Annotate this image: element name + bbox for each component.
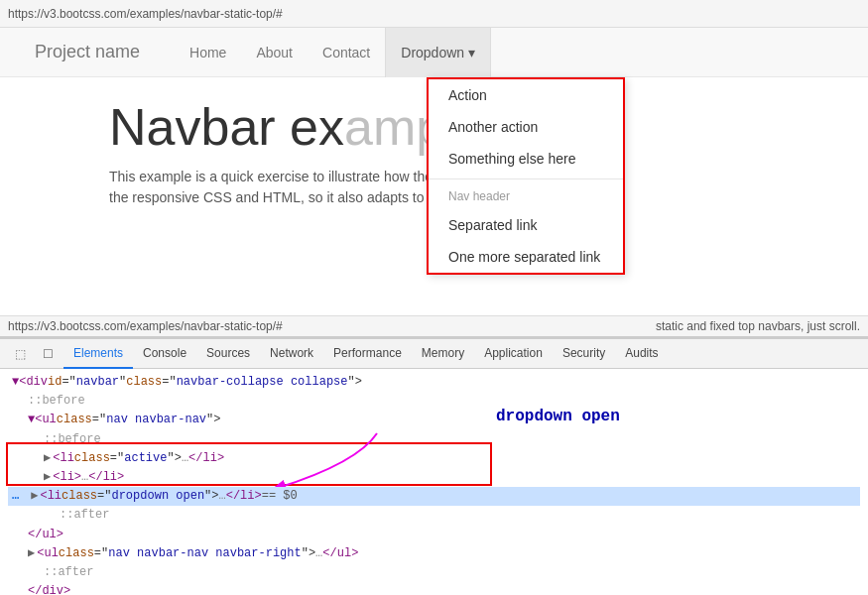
code-line-2: ::before [8, 392, 860, 411]
nav-home[interactable]: Home [175, 28, 241, 77]
nav-dropdown[interactable]: Dropdown ▾ [385, 28, 491, 77]
code-line-6: ▶ <li> … </li> [8, 468, 860, 487]
cursor-icon-btn[interactable]: ⬚ [8, 342, 32, 366]
brand-logo: Project name [20, 42, 155, 62]
code-line-3: ▼ <ul class="nav navbar-nav"> [8, 411, 860, 429]
browser-url: https://v3.bootcss.com/examples/navbar-s… [8, 7, 283, 21]
dropdown-divider-1 [429, 178, 623, 179]
browser-url-bar: https://v3.bootcss.com/examples/navbar-s… [0, 0, 868, 28]
status-url: https://v3.bootcss.com/examples/navbar-s… [8, 319, 283, 333]
tab-sources[interactable]: Sources [196, 339, 260, 369]
code-line-12: </div> [8, 582, 860, 595]
webpage-area: Project name Home About Contact Dropdown… [0, 28, 868, 315]
code-line-10: ▶ <ul class="nav navbar-nav navbar-right… [8, 544, 860, 563]
dropdown-item-something[interactable]: Something else here [429, 143, 623, 175]
dropdown-menu: Action Another action Something else her… [427, 77, 625, 275]
tab-network[interactable]: Network [260, 339, 323, 369]
dropdown-item-another[interactable]: Another action [429, 111, 623, 143]
nav-contact[interactable]: Contact [308, 28, 385, 77]
dropdown-header: Nav header [429, 183, 623, 209]
status-bar: https://v3.bootcss.com/examples/navbar-s… [0, 315, 868, 337]
code-line-11: ::after [8, 563, 860, 582]
code-line-5: ▶ <li class="active"> … </li> [8, 449, 860, 468]
nav-links: Home About Contact Dropdown ▾ [175, 28, 491, 76]
devtools-code-panel: dropdown open ▼ <div id="navbar" class="… [0, 369, 868, 595]
dropdown-item-separated[interactable]: Separated link [429, 209, 623, 241]
status-text: static and fixed top navbars, just scrol… [656, 319, 860, 333]
dropdown-item-action[interactable]: Action [429, 79, 623, 111]
code-line-1: ▼ <div id="navbar" class="navbar-collaps… [8, 373, 860, 392]
tab-security[interactable]: Security [553, 339, 615, 369]
devtools-tabs-bar: ⬚ ☐ Elements Console Sources Network Per… [0, 339, 868, 369]
dropdown-item-more-separated[interactable]: One more separated link [429, 241, 623, 273]
tab-memory[interactable]: Memory [412, 339, 474, 369]
code-line-7-highlighted[interactable]: … ▶ <li class="dropdown open"> … </li> =… [8, 487, 860, 506]
tab-elements[interactable]: Elements [63, 339, 133, 369]
current-element-dot: … [12, 487, 19, 506]
tab-audits[interactable]: Audits [615, 339, 668, 369]
dropdown-open-annotation-label: dropdown open [496, 405, 620, 430]
nav-about[interactable]: About [241, 28, 308, 77]
tab-application[interactable]: Application [474, 339, 553, 369]
devtools-panel: ⬚ ☐ Elements Console Sources Network Per… [0, 337, 868, 593]
code-line-8: ::after [8, 506, 860, 525]
code-line-4: ::before [8, 430, 860, 449]
tab-performance[interactable]: Performance [323, 339, 412, 369]
site-navbar: Project name Home About Contact Dropdown… [0, 28, 868, 77]
tab-console[interactable]: Console [133, 339, 196, 369]
device-icon-btn[interactable]: ☐ [36, 342, 60, 366]
code-line-9: </ul> [8, 526, 860, 544]
